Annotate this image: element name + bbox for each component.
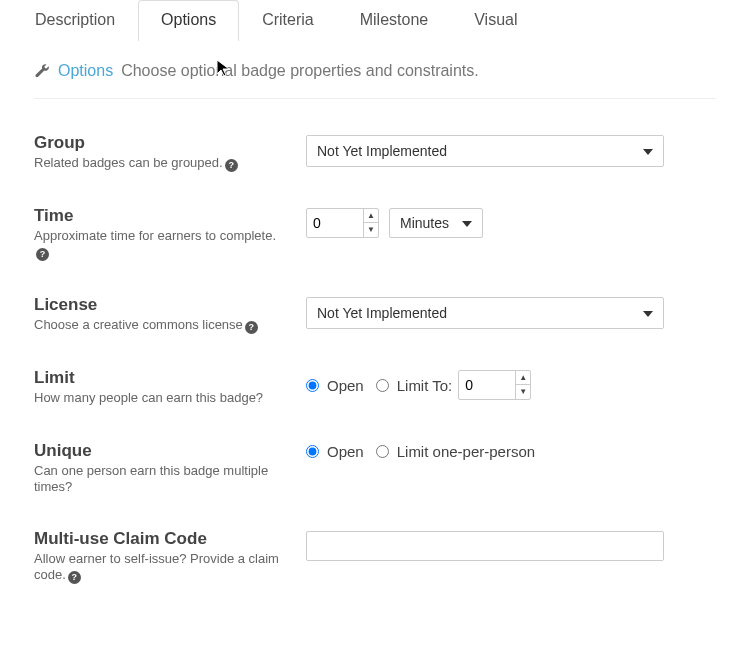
license-select-value: Not Yet Implemented bbox=[317, 305, 447, 321]
tab-description[interactable]: Description bbox=[12, 0, 138, 41]
help-icon[interactable]: ? bbox=[225, 159, 238, 172]
time-spinner[interactable]: ▲ ▼ bbox=[306, 208, 379, 238]
claim-desc: Allow earner to self-issue? Provide a cl… bbox=[34, 551, 286, 584]
panel-subtitle: Choose optional badge properties and con… bbox=[121, 62, 479, 80]
time-desc: Approximate time for earners to complete… bbox=[34, 228, 286, 261]
group-desc: Related badges can be grouped.? bbox=[34, 155, 286, 172]
group-label: Group bbox=[34, 133, 286, 153]
limit-to-label: Limit To: bbox=[397, 377, 453, 394]
claim-label: Multi-use Claim Code bbox=[34, 529, 286, 549]
unique-open-label: Open bbox=[327, 443, 364, 460]
claim-code-input[interactable] bbox=[306, 531, 664, 561]
unique-restrict-radio[interactable] bbox=[376, 445, 389, 458]
tab-criteria[interactable]: Criteria bbox=[239, 0, 337, 41]
spinner-up-icon[interactable]: ▲ bbox=[364, 209, 378, 223]
limit-value-input[interactable] bbox=[459, 371, 515, 399]
time-unit-select[interactable]: Minutes bbox=[389, 208, 483, 238]
help-icon[interactable]: ? bbox=[68, 571, 81, 584]
spinner-down-icon[interactable]: ▼ bbox=[516, 385, 530, 399]
panel-title-link[interactable]: Options bbox=[58, 62, 113, 80]
spinner-up-icon[interactable]: ▲ bbox=[516, 371, 530, 385]
license-label: License bbox=[34, 295, 286, 315]
unique-open-radio[interactable] bbox=[306, 445, 319, 458]
wrench-icon bbox=[34, 63, 50, 79]
unique-restrict-label: Limit one-per-person bbox=[397, 443, 535, 460]
unique-desc: Can one person earn this badge multiple … bbox=[34, 463, 286, 496]
help-icon[interactable]: ? bbox=[36, 248, 49, 261]
tab-visual[interactable]: Visual bbox=[451, 0, 540, 41]
tab-options[interactable]: Options bbox=[138, 0, 239, 41]
limit-open-radio[interactable] bbox=[306, 379, 319, 392]
limit-to-radio[interactable] bbox=[376, 379, 389, 392]
help-icon[interactable]: ? bbox=[245, 321, 258, 334]
limit-open-label: Open bbox=[327, 377, 364, 394]
limit-spinner[interactable]: ▲ ▼ bbox=[458, 370, 531, 400]
spinner-down-icon[interactable]: ▼ bbox=[364, 223, 378, 237]
tabs: Description Options Criteria Milestone V… bbox=[0, 0, 750, 40]
panel-header: Options Choose optional badge properties… bbox=[34, 62, 716, 99]
time-label: Time bbox=[34, 206, 286, 226]
limit-label: Limit bbox=[34, 368, 286, 388]
unique-label: Unique bbox=[34, 441, 286, 461]
license-select[interactable]: Not Yet Implemented bbox=[306, 297, 664, 329]
time-unit-value: Minutes bbox=[400, 215, 449, 231]
group-select-value: Not Yet Implemented bbox=[317, 143, 447, 159]
time-value-input[interactable] bbox=[307, 209, 363, 237]
group-select[interactable]: Not Yet Implemented bbox=[306, 135, 664, 167]
tab-milestone[interactable]: Milestone bbox=[337, 0, 451, 41]
license-desc: Choose a creative commons license? bbox=[34, 317, 286, 334]
limit-desc: How many people can earn this badge? bbox=[34, 390, 286, 406]
